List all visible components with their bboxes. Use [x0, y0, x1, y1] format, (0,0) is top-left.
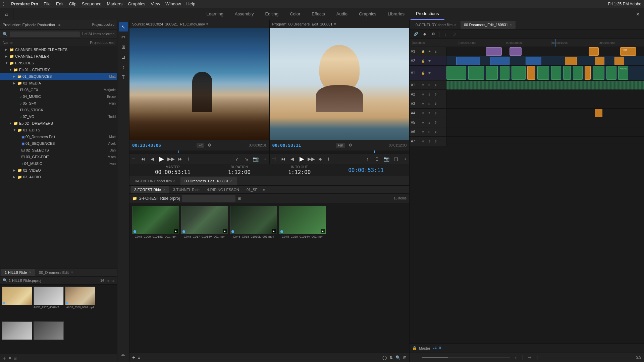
add-bin-icon[interactable]: +: [3, 355, 6, 361]
zoom-slider[interactable]: ◯: [382, 355, 387, 360]
more-workspaces-button[interactable]: »: [632, 8, 644, 20]
step-back-button[interactable]: ⏮: [139, 155, 147, 163]
prog-camera-button[interactable]: 📷: [382, 155, 390, 163]
bin-search-input[interactable]: [182, 195, 235, 202]
track-mute-btn[interactable]: M: [420, 139, 426, 144]
tree-item-ep02-01seq[interactable]: ▣ 01_SEQUENCES Vivek: [0, 140, 117, 147]
v1-clip-2[interactable]: [468, 66, 484, 80]
track-mute-btn[interactable]: M: [420, 101, 426, 107]
tree-item-02-video[interactable]: ▶ 📁 02_VIDEO: [0, 167, 117, 174]
close-tl-tab-icon[interactable]: ✕: [454, 23, 457, 26]
snap-button[interactable]: 🔗: [412, 31, 420, 38]
bin-tab-forest-ride[interactable]: 2-FOREST Ride ✕: [131, 186, 169, 193]
v2-clip-5[interactable]: [595, 57, 604, 65]
search-input[interactable]: [10, 32, 80, 37]
menu-markers[interactable]: Markers: [107, 1, 122, 6]
track-a3-content[interactable]: [446, 99, 644, 108]
track-mute-btn[interactable]: M: [420, 92, 426, 97]
track-v1-content[interactable]: A001C: [446, 66, 644, 80]
track-eye-icon[interactable]: 👁: [427, 70, 432, 76]
menu-clip[interactable]: Clip: [69, 1, 76, 6]
step-forward-button[interactable]: ⏭: [176, 155, 184, 163]
camera-button[interactable]: 📷: [252, 155, 260, 163]
close-seq-tab-icon[interactable]: ✕: [230, 179, 233, 183]
source-video-display[interactable]: [129, 28, 269, 140]
track-v3-content[interactable]: Foot: [446, 47, 644, 56]
track-v2-content[interactable]: [446, 56, 644, 65]
menu-window[interactable]: Window: [165, 1, 181, 6]
tree-item-03-gfx-edit[interactable]: 🎞 03_GFX-EDIT Mitch: [0, 154, 117, 160]
tree-item-06-stock[interactable]: 🎞 06_STOCK: [0, 107, 117, 113]
close-seq-tab-icon[interactable]: ✕: [173, 179, 176, 183]
v1-clip-10[interactable]: [573, 66, 583, 80]
tree-item-05-sfx[interactable]: ♪ 05_SFX Fran: [0, 100, 117, 107]
tree-item-ep01[interactable]: ▼ 📁 Ep 01 - CENTURY: [0, 66, 117, 73]
insert-button[interactable]: ↙: [233, 155, 241, 163]
track-eye-icon[interactable]: 👁: [427, 58, 432, 64]
close-tab-icon[interactable]: ✕: [71, 271, 73, 274]
track-a5-content[interactable]: [446, 118, 644, 127]
tab-learning[interactable]: Learning: [201, 8, 229, 20]
tree-item-03-gfx[interactable]: 🎞 03_GFX Marjorie: [0, 86, 117, 93]
add-marker-button[interactable]: +: [261, 155, 269, 163]
bin-thumbnail-item[interactable]: ▶ C048_C017_01014V_001.mp4: [181, 206, 228, 350]
tab-editing[interactable]: Editing: [260, 8, 284, 20]
v3-clip-4[interactable]: Foot: [620, 47, 636, 56]
home-button[interactable]: ⌂: [0, 8, 13, 20]
close-tl-tab-icon[interactable]: ✕: [509, 23, 512, 26]
track-solo-btn[interactable]: S: [427, 120, 432, 125]
source-menu-icon[interactable]: ≡: [206, 22, 208, 26]
v1-clip-7[interactable]: [537, 66, 549, 80]
v3-clip-1[interactable]: [486, 47, 502, 56]
seq-tab-dreamers[interactable]: 00 Dreamers_Edit_180831 ✕: [180, 177, 236, 185]
tree-item-episodes[interactable]: ▼ 📁 EPISODES: [0, 60, 117, 66]
v1-clip-12[interactable]: [593, 66, 604, 80]
tree-item-01-edits[interactable]: ▼ 📁 01_EDITS: [0, 127, 117, 133]
v1-clip-3[interactable]: [486, 66, 498, 80]
v2-clip-3[interactable]: [526, 57, 541, 65]
zoom-slider-track[interactable]: [422, 357, 510, 358]
track-a2-content[interactable]: [446, 90, 644, 99]
tree-item-04-music[interactable]: ♪ 04_MUSIC Bruce: [0, 93, 117, 100]
v2-clip-6[interactable]: [614, 57, 624, 65]
toggle-view-button[interactable]: ⊞: [450, 31, 458, 38]
program-scale-dropdown[interactable]: Full: [336, 143, 345, 148]
v1-clip-4[interactable]: [500, 66, 509, 80]
go-to-in-button[interactable]: ⊣: [526, 354, 533, 361]
program-video-display[interactable]: [270, 28, 410, 140]
tl-tab-dreamers[interactable]: 00 Dreamers_Edit_180831 ✕: [461, 21, 515, 29]
bin-thumbnail-item[interactable]: ▶ C048_C018_01010L_001.mp4: [230, 206, 277, 350]
v3-clip-3[interactable]: [589, 47, 598, 56]
tree-item-02-media[interactable]: ▶ 📁 02_MEDIA: [0, 80, 117, 86]
tree-item-02-selects[interactable]: 🎞 02_SELECTS Dan: [0, 147, 117, 154]
overwrite-button[interactable]: ↘: [243, 155, 251, 163]
bin-tab-riding-lesson[interactable]: 4-RIDING LESSON: [204, 186, 243, 193]
tree-item-03-audio[interactable]: ▶ 📁 03_AUDIO: [0, 174, 117, 180]
v1-clip-6[interactable]: [527, 66, 535, 80]
track-a6-content[interactable]: [446, 127, 644, 136]
thumbnail-item[interactable]: A6G1_2957_4507MT.mp4: [34, 287, 64, 320]
v2-clip-2[interactable]: [490, 57, 510, 65]
grid-view-icon[interactable]: ⊞: [13, 356, 17, 361]
thumbnail-item[interactable]: [2, 287, 32, 320]
thumbnail-item[interactable]: [34, 321, 64, 352]
prog-play-button[interactable]: ▶: [298, 155, 306, 163]
v2-clip-4[interactable]: [565, 57, 577, 65]
pen-tool[interactable]: ✏: [119, 351, 128, 360]
tab-audio[interactable]: Audio: [331, 8, 353, 20]
track-mic-icon[interactable]: 🎙: [433, 120, 438, 125]
go-to-out-button[interactable]: ⊢: [536, 354, 542, 361]
program-menu-icon[interactable]: ≡: [334, 22, 336, 26]
track-lock-icon[interactable]: 🔒: [420, 58, 426, 64]
track-solo-btn[interactable]: S: [427, 82, 432, 88]
track-eye-icon[interactable]: 👁: [427, 49, 432, 54]
mark-in-button[interactable]: ⊣: [129, 155, 138, 163]
close-bin-tab-icon[interactable]: ✕: [163, 188, 166, 191]
text-tool[interactable]: T: [119, 72, 128, 82]
tree-item-dreamers-edit[interactable]: ▣ 00_Dreamers Edit Matt: [0, 133, 117, 140]
track-solo-btn[interactable]: S: [427, 101, 432, 107]
track-mic-icon[interactable]: 🎙: [433, 111, 438, 116]
panel-menu-icon[interactable]: ≡: [58, 23, 60, 27]
search-bin-icon[interactable]: 🔍: [395, 355, 400, 360]
play-back-button[interactable]: ◀: [148, 155, 156, 163]
